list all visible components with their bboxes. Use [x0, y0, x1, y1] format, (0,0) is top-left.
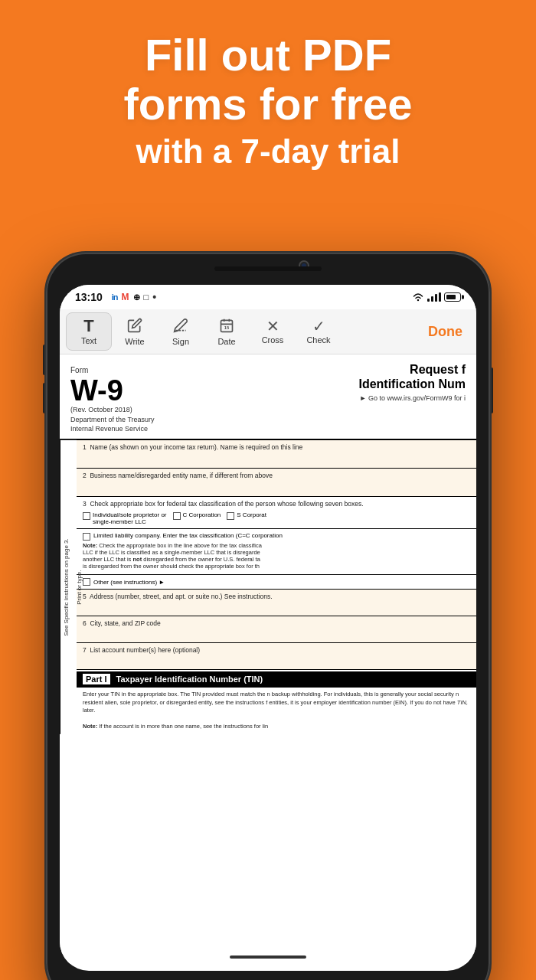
form-field-3: 3 Check appropriate box for federal tax …: [77, 497, 476, 530]
checkbox-row-1: Individual/sole proprietor orsingle-memb…: [83, 511, 470, 525]
form-name: W-9: [70, 376, 155, 405]
pdf-form-content: Form W-9 (Rev. October 2018) Department …: [60, 354, 476, 964]
pdf-toolbar: T Text Write: [60, 309, 476, 354]
field-7-input[interactable]: [83, 655, 470, 666]
form-field-5: 5 Address (number, street, and apt. or s…: [77, 590, 476, 616]
wifi-icon: [412, 292, 424, 302]
done-button[interactable]: Done: [420, 319, 470, 345]
llc-note: Note: Check the appropriate box in the l…: [83, 541, 470, 571]
checkbox-individual-box[interactable]: [83, 512, 90, 520]
toolbar-cross-button[interactable]: ✕ Cross: [250, 314, 296, 349]
checkbox-scorp[interactable]: S Corporat: [227, 511, 266, 520]
toolbar-write-button[interactable]: Write: [112, 313, 158, 351]
form-label: Form: [70, 366, 88, 374]
checkbox-scorp-label: S Corporat: [237, 511, 266, 518]
status-time: 13:10: [75, 291, 103, 303]
toolbar-text-button[interactable]: T Text: [66, 312, 112, 351]
llc-checkbox[interactable]: [83, 533, 90, 541]
field-5-input[interactable]: [83, 602, 470, 612]
form-irs-note: ► Go to www.irs.gov/FormW9 for i: [170, 394, 466, 402]
check-icon: ✓: [312, 318, 325, 334]
checkbox-ccorp-box[interactable]: [173, 512, 181, 520]
toolbar-date-button[interactable]: 15 Date: [204, 313, 250, 351]
hero-section: Fill out PDF forms for free with a 7-day…: [0, 31, 536, 172]
other-checkbox[interactable]: [83, 578, 90, 586]
sign-icon: [173, 318, 188, 335]
field-1-label: 1 Name (as shown on your income tax retu…: [83, 443, 470, 452]
form-fields: 1 Name (as shown on your income tax retu…: [77, 440, 476, 734]
write-icon: [127, 318, 142, 335]
status-bar: 13:10 in M ⊕ □ •: [60, 285, 476, 309]
other-row: Other (see instructions) ►: [83, 578, 470, 586]
hero-subtitle: with a 7-day trial: [31, 132, 505, 172]
field-3-label: 3 Check appropriate box for federal tax …: [83, 500, 470, 509]
date-icon: 15: [219, 318, 234, 335]
llc-row: Limited liability company. Enter the tax…: [83, 532, 470, 541]
form-field-2: 2 Business name/disregarded entity name,…: [77, 469, 476, 497]
part-1-title: Taxpayer Identification Number (TIN): [116, 675, 263, 684]
form-rev: (Rev. October 2018) Department of the Tr…: [70, 405, 155, 434]
field-6-input[interactable]: [83, 629, 470, 639]
status-app-icons: in M ⊕ □ •: [112, 291, 156, 303]
form-field-1: 1 Name (as shown on your income tax retu…: [77, 440, 476, 469]
form-body: See Specific Instructions on page 3. Pri…: [60, 440, 476, 734]
checkbox-individual[interactable]: Individual/sole proprietor orsingle-memb…: [83, 511, 167, 525]
chrome-icon: ⊕: [133, 292, 140, 302]
form-field-6: 6 City, state, and ZIP code: [77, 616, 476, 643]
form-right-header: Request fIdentification Num ► Go to www.…: [162, 362, 466, 402]
llc-label: Limited liability company. Enter the tax…: [93, 532, 283, 539]
battery-icon: [444, 292, 461, 302]
field-6-label: 6 City, state, and ZIP code: [83, 619, 470, 629]
notification-dot: •: [152, 291, 156, 303]
power-button: [490, 368, 493, 413]
field-2-label: 2 Business name/disregarded entity name,…: [83, 472, 470, 481]
date-label: Date: [217, 337, 235, 346]
form-left-header: Form W-9 (Rev. October 2018) Department …: [70, 362, 155, 434]
form-header: Form W-9 (Rev. October 2018) Department …: [60, 354, 476, 440]
sign-label: Sign: [172, 337, 189, 346]
status-right-icons: [412, 292, 461, 302]
form-field-7: 7 List account number(s) here (optional): [77, 643, 476, 670]
form-side-text: See Specific Instructions on page 3. Pri…: [60, 440, 77, 734]
field-2-input[interactable]: [83, 481, 470, 493]
field-7-label: 7 List account number(s) here (optional): [83, 646, 470, 655]
home-indicator: [230, 956, 306, 959]
checkbox-ccorp[interactable]: C Corporation: [173, 511, 221, 520]
form-request-title: Request fIdentification Num: [170, 362, 466, 391]
form-field-other: Other (see instructions) ►: [77, 575, 476, 590]
phone-screen: 13:10 in M ⊕ □ •: [60, 285, 476, 971]
part-1-header: Part I Taxpayer Identification Number (T…: [77, 671, 476, 687]
part-1-label: Part I: [83, 674, 110, 684]
check-label: Check: [306, 335, 330, 345]
cross-label: Cross: [262, 335, 284, 345]
checkbox-individual-label: Individual/sole proprietor orsingle-memb…: [93, 511, 167, 525]
field-1-input[interactable]: [83, 452, 470, 465]
other-label: Other (see instructions) ►: [93, 579, 165, 586]
hero-title: Fill out PDF forms for free: [31, 31, 505, 129]
form-field-llc: Limited liability company. Enter the tax…: [77, 529, 476, 575]
signal-bars-icon: [427, 292, 441, 302]
field-5-label: 5 Address (number, street, and apt. or s…: [83, 593, 470, 602]
write-label: Write: [125, 337, 144, 346]
checkbox-scorp-box[interactable]: [227, 512, 234, 520]
front-camera-bar: [214, 266, 322, 271]
text-icon: T: [83, 318, 93, 335]
checkbox-ccorp-label: C Corporation: [183, 511, 221, 518]
linkedin-icon: in: [112, 292, 118, 302]
cross-icon: ✕: [266, 318, 279, 334]
text-label: Text: [81, 336, 96, 345]
form-bottom-text: Enter your TIN in the appropriate box. T…: [77, 687, 476, 734]
phone-mockup: 13:10 in M ⊕ □ •: [46, 253, 490, 980]
toolbar-check-button[interactable]: ✓ Check: [296, 314, 342, 349]
toolbar-sign-button[interactable]: Sign: [158, 313, 204, 351]
svg-text:15: 15: [224, 325, 230, 330]
gmail-icon: M: [122, 292, 129, 302]
instagram-icon: □: [144, 292, 149, 302]
